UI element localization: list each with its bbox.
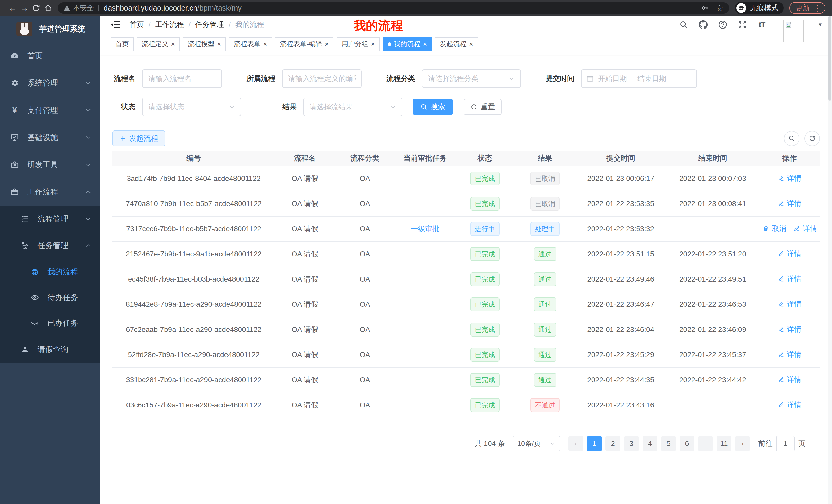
avatar[interactable] [783, 20, 804, 42]
password-key-icon[interactable] [701, 4, 709, 12]
sidebar-item-system[interactable]: 系统管理 [0, 69, 100, 96]
breadcrumb-task-management[interactable]: 任务管理 [196, 20, 224, 30]
detail-action[interactable]: 详情 [778, 400, 801, 410]
page-button[interactable]: 2 [605, 436, 620, 451]
tab-item[interactable]: 流程表单× [229, 37, 272, 51]
browser-update-button[interactable]: 更新 ⋮ [789, 2, 825, 14]
sidebar-item-workflow[interactable]: 工作流程 [0, 178, 100, 205]
detail-action[interactable]: 详情 [778, 349, 801, 359]
sidebar-item-payment[interactable]: ¥ 支付管理 [0, 96, 100, 124]
detail-action[interactable]: 详情 [778, 375, 801, 385]
status-badge: 已完成 [470, 272, 499, 286]
breadcrumb-home[interactable]: 首页 [130, 20, 144, 30]
toggle-search-icon-button[interactable] [784, 131, 799, 146]
reset-button[interactable]: 重置 [464, 99, 502, 115]
bookmark-star-icon[interactable]: ☆ [716, 3, 724, 13]
help-icon[interactable] [718, 20, 728, 30]
page-button[interactable]: 4 [643, 436, 657, 451]
detail-action[interactable]: 详情 [794, 224, 817, 233]
status-badge: 已完成 [470, 298, 499, 311]
tab-item[interactable]: 我的流程× [383, 37, 432, 51]
fullscreen-icon[interactable] [737, 20, 747, 30]
tab-close-icon[interactable]: × [371, 41, 374, 48]
sidebar-item-dev-tools[interactable]: 研发工具 [0, 151, 100, 178]
sidebar-item-done-tasks[interactable]: 已办任务 [0, 310, 100, 336]
page-button[interactable]: 1 [587, 436, 602, 451]
page-button[interactable]: 11 [717, 436, 731, 451]
github-icon[interactable] [698, 20, 708, 30]
sidebar-item-task-management[interactable]: 任务管理 [0, 232, 100, 259]
cell-actions: 详情 [759, 242, 820, 267]
detail-action[interactable]: 详情 [778, 325, 801, 334]
page-button[interactable]: 3 [624, 436, 639, 451]
process-name-label: 流程名 [112, 74, 135, 83]
page-size-select[interactable]: 10条/页 [513, 436, 560, 451]
tab-close-icon[interactable]: × [171, 41, 175, 48]
page-button[interactable]: 5 [661, 436, 676, 451]
browser-back-icon[interactable]: ← [7, 2, 19, 14]
tab-close-icon[interactable]: × [217, 41, 221, 48]
next-page-button[interactable]: › [735, 436, 750, 451]
detail-action[interactable]: 详情 [778, 173, 801, 183]
sidebar-item-todo-tasks[interactable]: 待办任务 [0, 285, 100, 310]
app-logo-row[interactable]: 芋道管理系统 [0, 16, 100, 42]
tab-label: 首页 [115, 39, 129, 49]
category-select[interactable]: 请选择流程分类 [422, 69, 521, 88]
cell-status: 已完成 [455, 393, 515, 418]
tab-close-icon[interactable]: × [423, 41, 427, 48]
browser-home-icon[interactable] [42, 2, 54, 14]
tab-close-icon[interactable]: × [263, 41, 267, 48]
sidebar-item-leave-query[interactable]: 请假查询 [0, 336, 100, 363]
tab-item[interactable]: 流程表单-编辑× [275, 37, 334, 51]
total-count-label: 共 104 条 [475, 439, 505, 449]
tab-close-icon[interactable]: × [325, 41, 329, 48]
more-pages-icon[interactable]: ··· [698, 436, 713, 451]
tab-item[interactable]: 流程模型× [183, 37, 226, 51]
browser-menu-icon[interactable]: ⋮ [813, 4, 821, 12]
start-date-placeholder: 开始日期 [598, 74, 627, 83]
parent-process-input[interactable] [282, 69, 362, 88]
security-warning[interactable]: 不安全 [63, 3, 94, 12]
tab-item[interactable]: 用户分组× [337, 37, 380, 51]
cell-status: 已完成 [455, 166, 515, 191]
tab-item[interactable]: 首页 [110, 37, 134, 51]
cell-end-time [667, 393, 759, 418]
scrollbar-thumb[interactable] [828, 16, 831, 101]
scrollbar[interactable] [828, 16, 832, 504]
browser-forward-icon[interactable]: → [19, 2, 30, 14]
address-bar[interactable]: 不安全 dashboard.yudao.iocoder.cn/bpm/task/… [58, 2, 729, 13]
current-task-link[interactable]: 一级审批 [411, 224, 439, 234]
content: 流程名 所属流程 流程分类 请选择流程分类 [100, 55, 832, 451]
create-process-button[interactable]: 发起流程 [112, 131, 165, 146]
sidebar-item-home[interactable]: 首页 [0, 42, 100, 69]
page-button[interactable]: 6 [679, 436, 695, 451]
sidebar-collapse-icon[interactable] [110, 19, 121, 30]
breadcrumb-workflow[interactable]: 工作流程 [155, 20, 184, 30]
cancel-action[interactable]: 取消 [762, 224, 786, 233]
sidebar-item-infrastructure[interactable]: 基础设施 [0, 124, 100, 151]
detail-action[interactable]: 详情 [778, 249, 801, 259]
tab-close-icon[interactable]: × [469, 41, 473, 48]
prev-page-button[interactable]: ‹ [569, 436, 583, 451]
browser-reload-icon[interactable] [30, 2, 42, 14]
avatar-dropdown-caret-icon[interactable]: ▼ [817, 22, 823, 28]
result-select[interactable]: 请选择流结果 [303, 97, 402, 116]
process-name-input[interactable] [142, 69, 222, 88]
detail-action[interactable]: 详情 [778, 274, 801, 284]
font-size-icon[interactable]: tT [757, 20, 767, 30]
search-button[interactable]: 搜索 [413, 99, 453, 115]
tab-item[interactable]: 发起流程× [435, 37, 478, 51]
sidebar-item-my-processes[interactable]: 我的流程 [0, 259, 100, 285]
tab-item[interactable]: 流程定义× [137, 37, 180, 51]
edit-icon [778, 275, 785, 283]
goto-page-input[interactable] [776, 436, 795, 451]
header-search-icon[interactable] [679, 20, 688, 30]
detail-action[interactable]: 详情 [778, 299, 801, 309]
sidebar-item-process-management[interactable]: 流程管理 [0, 205, 100, 232]
edit-icon [778, 200, 785, 207]
refresh-table-icon-button[interactable] [805, 131, 820, 146]
submit-time-range-picker[interactable]: 开始日期 - 结束日期 [581, 69, 697, 88]
sidebar-item-label: 首页 [27, 51, 43, 61]
status-select[interactable]: 请选择状态 [142, 97, 241, 116]
detail-action[interactable]: 详情 [778, 199, 801, 208]
